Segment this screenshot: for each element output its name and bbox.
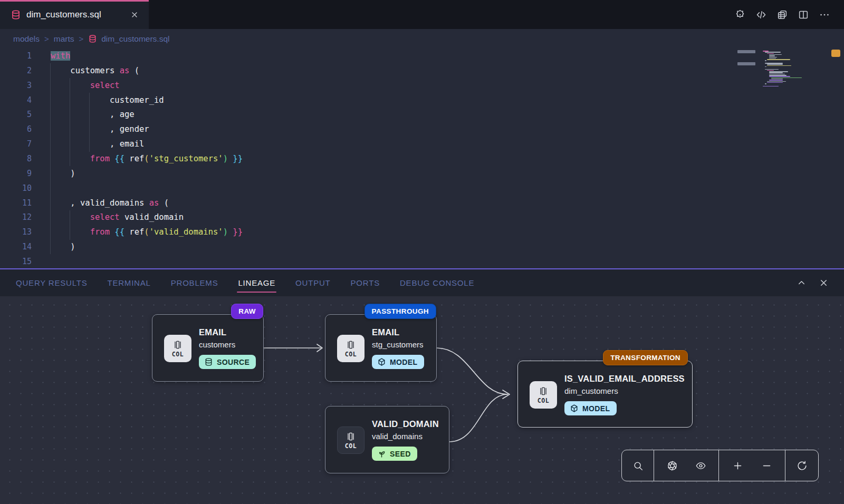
seedling-icon — [377, 449, 386, 458]
tab-query-results[interactable]: QUERY RESULTS — [6, 269, 97, 296]
node-column-name: EMAIL — [372, 327, 430, 337]
minimap-occurrence-marker — [737, 50, 755, 53]
dbt-logo-icon[interactable] — [732, 7, 748, 23]
code-line[interactable]: 4 customer_id — [0, 93, 844, 108]
breadcrumb-separator: > — [44, 34, 49, 43]
code-text: from {{ ref('valid_domains') }} — [51, 227, 243, 237]
tab-problems[interactable]: PROBLEMS — [161, 269, 228, 296]
code-line[interactable]: 9 ) — [0, 166, 844, 181]
line-number: 14 — [0, 242, 32, 251]
breadcrumb-item-models[interactable]: models — [13, 34, 40, 44]
code-text: ) — [51, 242, 75, 251]
minimap-line — [769, 58, 776, 59]
code-line[interactable]: 8 from {{ ref('stg_customers') }} — [0, 151, 844, 166]
database-icon — [11, 9, 21, 20]
cube-icon — [377, 357, 386, 366]
node-column-name: VALID_DOMAIN — [372, 419, 443, 429]
code-line[interactable]: 5 , age — [0, 107, 844, 122]
code-line[interactable]: 3 select — [0, 78, 844, 93]
tab-lineage[interactable]: LINEAGE — [228, 269, 285, 296]
code-line[interactable]: 15 — [0, 254, 844, 268]
resource-type-badge-source: SOURCE — [199, 355, 256, 369]
lineage-node-stg_customers[interactable]: PASSTHROUGHCOLEMAILstg_customersMODEL — [325, 314, 437, 382]
scrollbar-marker — [831, 50, 840, 57]
tab-output[interactable]: OUTPUT — [285, 269, 340, 296]
minimap-line — [767, 64, 783, 65]
lineage-aperture-button[interactable] — [661, 455, 683, 476]
close-tab-icon[interactable] — [129, 9, 140, 21]
code-line[interactable]: 10 — [0, 181, 844, 196]
minimap-line — [765, 69, 779, 70]
code-line[interactable]: 1with — [0, 49, 844, 63]
code-line[interactable]: 6 , gender — [0, 122, 844, 137]
minimap-line — [771, 79, 783, 80]
code-text: , valid_domains as ( — [51, 198, 169, 208]
resource-type-label: SEED — [390, 450, 411, 458]
code-text: select valid_domain — [51, 212, 184, 222]
lineage-node-customers[interactable]: RAWCOLEMAILcustomersSOURCE — [152, 314, 264, 382]
code-line[interactable]: 14 ) — [0, 239, 844, 254]
minimap-line — [765, 83, 766, 84]
minimap-line — [767, 81, 786, 82]
code-line[interactable]: 11 , valid_domains as ( — [0, 196, 844, 210]
close-panel-icon[interactable] — [817, 276, 830, 290]
lineage-node-valid_domains[interactable]: COLVALID_DOMAINvalid_domainsSEED — [325, 406, 449, 473]
columns-icon — [346, 431, 356, 442]
tab-terminal[interactable]: TERMINAL — [97, 269, 160, 296]
code-editor[interactable]: 1with2 customers as (3 select4 customer_… — [0, 49, 844, 268]
lineage-eye-button[interactable] — [690, 455, 711, 476]
database-icon — [204, 357, 213, 366]
database-icon — [88, 34, 97, 43]
breadcrumb-item-marts[interactable]: marts — [54, 34, 74, 44]
tab-filename: dim_customers.sql — [26, 9, 129, 20]
code-line[interactable]: 12 select valid_domain — [0, 210, 844, 225]
node-model-name: customers — [199, 340, 257, 349]
code-line[interactable]: 13 from {{ ref('valid_domains') }} — [0, 225, 844, 239]
minimap-line — [771, 77, 802, 79]
toolbar-group — [654, 450, 719, 481]
lineage-minus-button[interactable] — [756, 455, 777, 476]
code-lines: 1with2 customers as (3 select4 customer_… — [0, 49, 844, 268]
minimap[interactable] — [763, 51, 808, 140]
code-line[interactable]: 7 , email — [0, 137, 844, 151]
compile-code-icon[interactable] — [753, 7, 769, 23]
code-text: with — [51, 51, 70, 61]
resource-type-badge-model: MODEL — [564, 401, 617, 415]
resource-type-label: SOURCE — [217, 358, 250, 366]
code-text: customers as ( — [51, 66, 139, 75]
minimap-line — [769, 76, 790, 77]
breadcrumb-item-dim_customers-sql[interactable]: dim_customers.sql — [88, 34, 169, 44]
split-editor-icon[interactable] — [795, 7, 811, 23]
node-column-name: IS_VALID_EMAIL_ADDRESS — [564, 374, 686, 384]
tab-debug-console[interactable]: DEBUG CONSOLE — [390, 269, 484, 296]
lineage-node-dim_customers[interactable]: TRANSFORMATIONCOLIS_VALID_EMAIL_ADDRESSd… — [517, 361, 693, 428]
app-window: dim_customers.sql models>marts>dim_custo… — [0, 0, 844, 504]
line-number: 1 — [0, 51, 32, 61]
collapse-panel-icon[interactable] — [794, 276, 808, 290]
lineage-badge-raw: RAW — [231, 304, 263, 319]
copy-table-icon[interactable] — [774, 7, 790, 23]
resource-type-badge-seed: SEED — [372, 447, 417, 461]
chip-label: COL — [345, 351, 357, 358]
line-number: 6 — [0, 124, 32, 134]
lineage-refresh-button[interactable] — [791, 455, 812, 476]
line-number: 11 — [0, 198, 32, 208]
code-line[interactable]: 2 customers as ( — [0, 63, 844, 78]
breadcrumb: models>marts>dim_customers.sql — [0, 29, 844, 49]
editor-tab-dim-customers[interactable]: dim_customers.sql — [0, 0, 149, 29]
tab-ports[interactable]: PORTS — [341, 269, 390, 296]
lineage-plus-button[interactable] — [727, 455, 748, 476]
minimap-line — [763, 86, 779, 87]
lineage-canvas[interactable]: RAWCOLEMAILcustomersSOURCEPASSTHROUGHCOL… — [0, 296, 844, 504]
minimap-line — [763, 51, 769, 52]
line-number: 2 — [0, 66, 32, 75]
columns-icon — [346, 340, 356, 350]
lineage-search-button[interactable] — [627, 455, 648, 476]
node-body: EMAILcustomersSOURCE — [199, 327, 257, 369]
line-number: 8 — [0, 154, 32, 163]
lineage-toolbar — [621, 450, 819, 481]
more-actions-icon[interactable] — [817, 7, 832, 23]
breadcrumb-label: models — [13, 34, 40, 44]
minimap-line — [765, 66, 766, 67]
minimap-line — [767, 70, 774, 71]
